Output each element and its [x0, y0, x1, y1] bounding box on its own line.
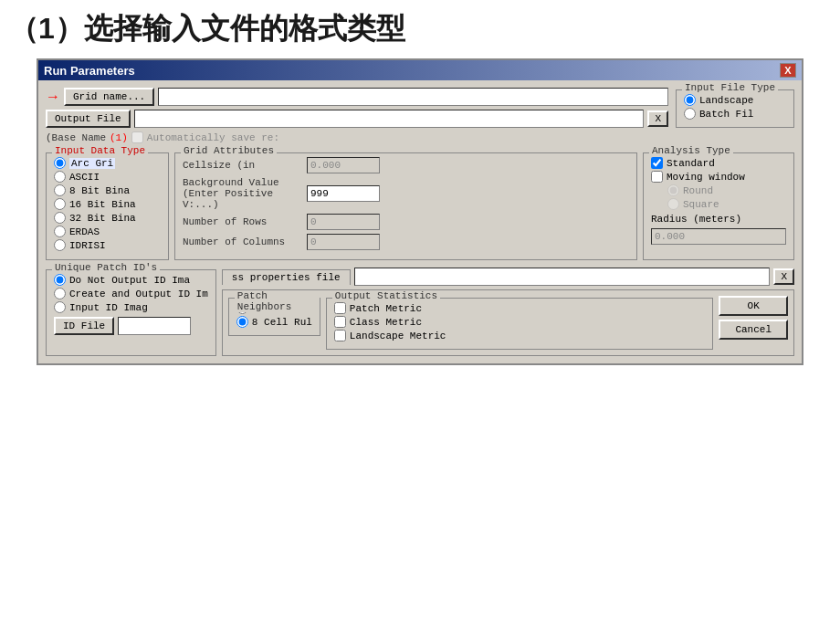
moving-window-row[interactable]: Moving window — [651, 171, 786, 183]
columns-label: Number of Columns — [183, 236, 301, 247]
input-data-type-box: Input Data Type Arc Gri ASCII 8 Bit Bina… — [46, 152, 169, 260]
create-output-id-row[interactable]: Create and Output ID Im — [54, 288, 208, 299]
close-button[interactable]: X — [780, 63, 796, 78]
round-label: Round — [683, 185, 713, 196]
output-file-button[interactable]: Output File — [46, 110, 131, 128]
analysis-type-box: Analysis Type Standard Moving window Rou… — [643, 152, 794, 260]
cellsize-label: Cellsize (in — [183, 160, 301, 171]
landscape-radio[interactable] — [684, 94, 696, 106]
square-radio[interactable] — [667, 198, 679, 210]
auto-save-checkbox — [131, 131, 143, 143]
tab-content: Patch Neighbors 4 Cell Rul 8 Cell Rul Ou… — [222, 289, 794, 356]
create-output-id-radio[interactable] — [54, 288, 66, 299]
output-statistics-legend: Output Statistics — [332, 290, 440, 301]
no-output-id-radio[interactable] — [54, 274, 66, 286]
cancel-button[interactable]: Cancel — [719, 320, 788, 340]
batch-radio[interactable] — [684, 108, 696, 120]
erdas-row[interactable]: ERDAS — [54, 226, 161, 237]
patch-metric-checkbox[interactable] — [334, 302, 346, 314]
32bit-label: 32 Bit Bina — [69, 213, 136, 224]
8bit-radio[interactable] — [54, 184, 66, 196]
dialog-body: → Grid name... Output File X (Base Name … — [38, 80, 802, 363]
8cell-row[interactable]: 8 Cell Rul — [236, 316, 312, 328]
rows-row: Number of Rows — [183, 214, 629, 230]
input-file-type-legend: Input File Type — [682, 82, 778, 93]
columns-input[interactable] — [307, 234, 380, 250]
landscape-metric-row[interactable]: Landscape Metric — [334, 330, 706, 341]
patch-neighbors-box: Patch Neighbors 4 Cell Rul 8 Cell Rul — [228, 298, 320, 336]
auto-save-row: (Base Name (1) Automatically save re: — [46, 131, 668, 143]
idrisi-row[interactable]: IDRISI — [54, 239, 161, 251]
background-label: Background Value(Enter PositiveV:...) — [183, 177, 301, 210]
32bit-row[interactable]: 32 Bit Bina — [54, 212, 161, 224]
patch-metric-label: Patch Metric — [350, 303, 422, 314]
no-output-id-row[interactable]: Do Not Output ID Ima — [54, 274, 208, 286]
unique-patch-box: Unique Patch ID's Do Not Output ID Ima C… — [46, 269, 216, 356]
input-data-type-legend: Input Data Type — [52, 145, 148, 156]
standard-row[interactable]: Standard — [651, 157, 786, 169]
middle-section: Input Data Type Arc Gri ASCII 8 Bit Bina… — [46, 151, 794, 260]
standard-checkbox[interactable] — [651, 157, 663, 169]
cellsize-input[interactable] — [307, 157, 380, 173]
16bit-row[interactable]: 16 Bit Bina — [54, 198, 161, 210]
8bit-label: 8 Bit Bina — [69, 185, 130, 196]
class-props-input[interactable] — [354, 268, 771, 286]
8cell-radio[interactable] — [236, 316, 248, 328]
dialog-titlebar: Run Parameters X — [38, 60, 802, 80]
grid-attributes-legend: Grid Attributes — [181, 145, 277, 156]
round-row[interactable]: Round — [667, 184, 786, 196]
background-input[interactable] — [307, 185, 380, 202]
16bit-label: 16 Bit Bina — [69, 199, 136, 210]
class-props-x-button[interactable]: X — [773, 268, 794, 285]
batch-label: Batch Fil — [699, 109, 753, 120]
ascii-radio[interactable] — [54, 171, 66, 183]
batch-radio-row[interactable]: Batch Fil — [684, 108, 786, 120]
output-file-input[interactable] — [134, 110, 645, 128]
output-x-button[interactable]: X — [647, 110, 668, 127]
standard-label: Standard — [667, 158, 715, 169]
input-id-radio[interactable] — [54, 301, 66, 313]
grid-name-button[interactable]: Grid name... — [64, 88, 154, 106]
erdas-radio[interactable] — [54, 226, 66, 237]
rows-input[interactable] — [307, 214, 380, 230]
8bit-row[interactable]: 8 Bit Bina — [54, 184, 161, 196]
landscape-label: Landscape — [699, 95, 753, 106]
grid-attributes-box: Grid Attributes Cellsize (in Background … — [174, 152, 637, 260]
moving-window-checkbox[interactable] — [651, 171, 663, 183]
32bit-radio[interactable] — [54, 212, 66, 224]
ascii-row[interactable]: ASCII — [54, 171, 161, 183]
arc-gri-radio[interactable] — [54, 157, 66, 169]
input-id-label: Input ID Imag — [69, 302, 148, 313]
label-1: (1) — [110, 132, 128, 143]
auto-save-label: Automatically save re: — [147, 132, 279, 143]
landscape-metric-checkbox[interactable] — [334, 330, 346, 341]
radius-input[interactable] — [651, 228, 786, 245]
patch-neighbors-legend: Patch Neighbors — [235, 290, 320, 312]
idrisi-label: IDRISI — [69, 240, 106, 251]
cellsize-row: Cellsize (in — [183, 157, 629, 173]
ok-cancel-section: OK Cancel — [719, 296, 788, 340]
output-file-row: Output File X — [46, 110, 668, 128]
class-metric-checkbox[interactable] — [334, 316, 346, 328]
square-row[interactable]: Square — [667, 198, 786, 210]
round-square-group: Round Square — [667, 184, 786, 210]
class-metric-label: Class Metric — [350, 317, 422, 328]
rows-label: Number of Rows — [183, 216, 301, 227]
grid-name-input[interactable] — [158, 88, 668, 106]
idrisi-radio[interactable] — [54, 239, 66, 251]
class-props-tab[interactable]: ss properties file — [222, 269, 351, 285]
class-metric-row[interactable]: Class Metric — [334, 316, 706, 328]
output-statistics-box: Output Statistics Patch Metric Class Met… — [326, 298, 714, 350]
round-radio[interactable] — [667, 184, 679, 196]
create-output-id-label: Create and Output ID Im — [69, 289, 208, 299]
patch-metric-row[interactable]: Patch Metric — [334, 302, 706, 314]
id-file-input[interactable] — [118, 317, 191, 335]
ok-button[interactable]: OK — [719, 296, 788, 316]
input-id-row[interactable]: Input ID Imag — [54, 301, 208, 313]
arc-gri-row[interactable]: Arc Gri — [54, 157, 161, 169]
tab-x-row: ss properties file X — [222, 268, 794, 286]
landscape-radio-row[interactable]: Landscape — [684, 94, 786, 106]
16bit-radio[interactable] — [54, 198, 66, 210]
base-name-label: (Base Name — [46, 132, 106, 143]
id-file-button[interactable]: ID File — [54, 317, 114, 335]
